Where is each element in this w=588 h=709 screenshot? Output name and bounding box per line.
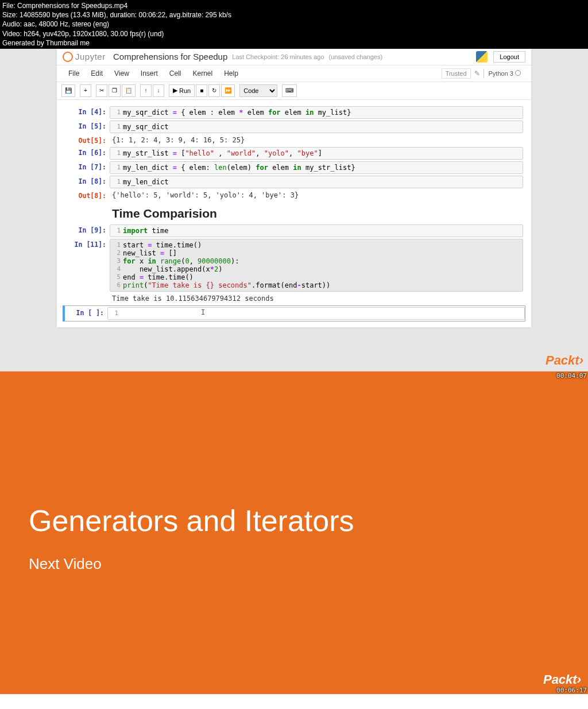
stop-button[interactable]: ■	[196, 84, 207, 97]
menu-insert[interactable]: Insert	[135, 68, 164, 79]
out-prompt: Out[8]:	[65, 190, 110, 200]
frame-timestamp-2: 00:06:17	[556, 687, 587, 694]
menu-edit[interactable]: Edit	[85, 68, 109, 79]
thumbnail-frame-2: Generators and Iterators Next Video Pack…	[0, 371, 588, 694]
jupyter-logo-text: Jupyter	[75, 52, 106, 61]
menubar: File Edit View Insert Cell Kernel Help T…	[57, 65, 531, 82]
out-prompt: Out[5]:	[65, 135, 110, 145]
code-cell-9[interactable]: In [9]: 1 import time	[65, 224, 523, 237]
cut-button[interactable]: ✂	[96, 84, 107, 97]
copy-button[interactable]: ❐	[109, 84, 121, 97]
restart-button[interactable]: ↻	[208, 84, 220, 97]
packt-logo: Packt›	[543, 672, 581, 687]
edit-icon[interactable]: ✎	[474, 69, 480, 78]
jupyter-notebook: Jupyter Comprehensions for Speedup Last …	[57, 49, 531, 327]
jupyter-logo-icon	[63, 52, 73, 62]
cell-prompt: In [5]:	[65, 121, 110, 133]
frame-timestamp-1: 00:04:07	[556, 372, 587, 379]
next-video-label: Next Video	[29, 555, 559, 573]
output-text: Time take is 10.115634679794312 seconds	[110, 293, 523, 304]
cell-prompt: In [6]:	[65, 147, 110, 160]
meta-audio: Audio: aac, 48000 Hz, stereo (eng)	[2, 20, 586, 29]
checkpoint-info: Last Checkpoint: 26 minutes ago	[232, 53, 324, 60]
paste-button[interactable]: 📋	[122, 84, 136, 97]
cell-prompt: In [11]:	[65, 239, 110, 292]
unsaved-indicator: (unsaved changes)	[329, 53, 383, 60]
restart-run-button[interactable]: ⏩	[221, 84, 235, 97]
next-video-title: Generators and Iterators	[29, 503, 559, 538]
menu-cell[interactable]: Cell	[164, 68, 187, 79]
notebook-header: Jupyter Comprehensions for Speedup Last …	[57, 49, 531, 65]
output-text: {'hello': 5, 'world': 5, 'yolo': 4, 'bye…	[110, 190, 523, 200]
menu-kernel[interactable]: Kernel	[187, 68, 219, 79]
kernel-status-icon	[515, 70, 521, 76]
menu-file[interactable]: File	[63, 68, 85, 79]
cell-prompt: In [7]:	[65, 161, 110, 174]
output-cell-5: Out[5]: {1: 1, 2: 4, 3: 9, 4: 16, 5: 25}	[65, 135, 523, 145]
notebook-title[interactable]: Comprehensions for Speedup	[113, 52, 227, 61]
code-cell-7[interactable]: In [7]: 1 my_len_dict = { elem: len(elem…	[65, 161, 523, 174]
cell-prompt: In [8]:	[65, 176, 110, 188]
move-up-button[interactable]: ↑	[140, 84, 152, 97]
menu-view[interactable]: View	[109, 68, 135, 79]
save-button[interactable]: 💾	[61, 84, 75, 97]
code-cell-8[interactable]: In [8]: 1 my_len_dict	[65, 176, 523, 188]
kernel-indicator[interactable]: Python 3	[483, 69, 525, 78]
toolbar: 💾 + ✂ ❐ 📋 ↑ ↓ ▶ Run ■ ↻ ⏩ Code ⌨	[57, 82, 531, 100]
meta-size: Size: 14085590 bytes (13.43 MiB), durati…	[2, 10, 586, 20]
code-cell-empty-selected[interactable]: In [ ]: 1 I	[63, 305, 525, 321]
code-cell-6[interactable]: In [6]: 1 my_str_list = ["hello" , "worl…	[65, 147, 523, 160]
run-button[interactable]: ▶ Run	[169, 84, 195, 97]
meta-file: File: Comprehensions for Speedups.mp4	[2, 1, 586, 10]
command-palette-button[interactable]: ⌨	[282, 84, 297, 97]
packt-logo: Packt›	[546, 353, 583, 368]
cell-prompt: In [ ]:	[65, 307, 107, 320]
celltype-select[interactable]: Code	[239, 84, 277, 97]
menu-help[interactable]: Help	[218, 68, 244, 79]
code-cell-11[interactable]: In [11]: 123456 start = time.time() new_…	[65, 239, 523, 292]
meta-generated: Generated by Thumbnail me	[2, 38, 586, 48]
trusted-badge: Trusted	[442, 68, 471, 79]
python-icon	[476, 51, 488, 63]
add-cell-button[interactable]: +	[80, 84, 91, 97]
notebook-cells: In [4]: 1 my_sqr_dict = { elem : elem * …	[57, 100, 531, 327]
cell-prompt: In [9]:	[65, 224, 110, 237]
jupyter-logo[interactable]: Jupyter	[63, 51, 109, 63]
code-input[interactable]: I	[121, 309, 524, 317]
section-heading: Time Comparision	[112, 207, 521, 220]
output-text: {1: 1, 2: 4, 3: 9, 4: 16, 5: 25}	[110, 135, 523, 145]
metadata-header: File: Comprehensions for Speedups.mp4 Si…	[0, 0, 588, 49]
code-cell-4[interactable]: In [4]: 1 my_sqr_dict = { elem : elem * …	[65, 106, 523, 119]
move-down-button[interactable]: ↓	[153, 84, 164, 97]
output-cell-11: Time take is 10.115634679794312 seconds	[65, 293, 523, 304]
logout-button[interactable]: Logout	[493, 51, 525, 63]
output-cell-8: Out[8]: {'hello': 5, 'world': 5, 'yolo':…	[65, 190, 523, 200]
code-cell-5[interactable]: In [5]: 1 my_sqr_dict	[65, 121, 523, 133]
meta-video: Video: h264, yuv420p, 1920x1080, 30.00 f…	[2, 29, 586, 38]
markdown-cell[interactable]: Time Comparision	[65, 202, 523, 223]
thumbnail-frame-1: Jupyter Comprehensions for Speedup Last …	[0, 49, 588, 371]
cell-prompt: In [4]:	[65, 106, 110, 119]
